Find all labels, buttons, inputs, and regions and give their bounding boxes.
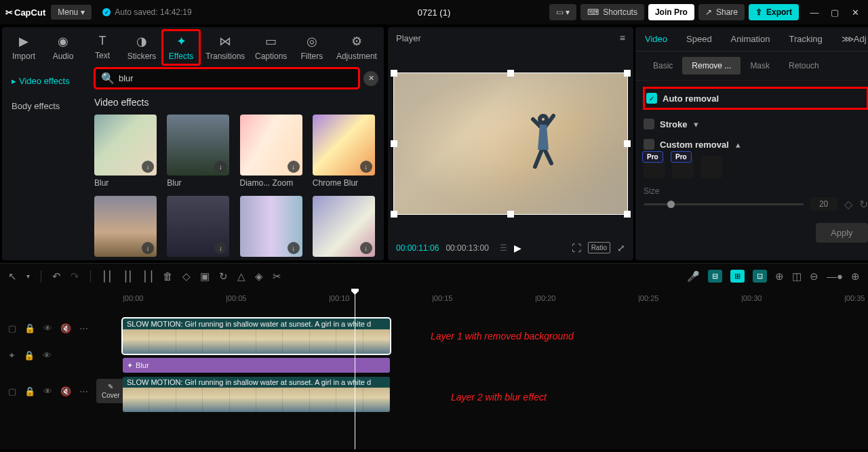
more-icon[interactable]: ⋯: [79, 323, 88, 333]
track-type-icon[interactable]: ▢: [8, 386, 16, 396]
download-icon[interactable]: ↓: [360, 242, 372, 254]
tab-effects[interactable]: ✦Effects: [162, 30, 200, 65]
link-icon[interactable]: ⊕: [775, 270, 784, 283]
mute-icon[interactable]: 🔇: [60, 323, 71, 333]
tab-adjustment[interactable]: ⚙Adjustment: [332, 30, 381, 65]
chevron-down-icon[interactable]: ▾: [694, 119, 698, 129]
effect-clip[interactable]: ✦ Blur: [123, 358, 390, 373]
apply-button[interactable]: Apply: [816, 223, 868, 243]
tab-audio[interactable]: ◉Audio: [44, 30, 82, 65]
player-menu-icon[interactable]: ≡: [620, 33, 625, 43]
tab-animation[interactable]: Animation: [722, 27, 780, 51]
eye-icon[interactable]: 👁: [43, 350, 52, 361]
play-button[interactable]: ▶: [514, 243, 521, 253]
magnet-mode-3[interactable]: ⊡: [753, 270, 767, 283]
shortcuts-button[interactable]: ⌨Shortcuts: [580, 4, 644, 20]
minimize-button[interactable]: —: [807, 5, 822, 20]
time-ruler[interactable]: |00:00 |00:05 |00:10 |00:15 |00:20 |00:2…: [119, 289, 868, 309]
fx-icon[interactable]: ✦: [8, 350, 16, 361]
download-icon[interactable]: ↓: [360, 161, 372, 173]
auto-removal-checkbox[interactable]: ✓: [646, 93, 657, 104]
tool-option[interactable]: [701, 157, 722, 178]
timeline-tracks-area[interactable]: |00:00 |00:05 |00:10 |00:15 |00:20 |00:2…: [119, 289, 868, 449]
stroke-checkbox[interactable]: [644, 119, 654, 129]
effect-item[interactable]: ↓: [240, 196, 303, 258]
tab-text[interactable]: TText: [83, 30, 121, 65]
search-box[interactable]: 🔍: [94, 68, 359, 89]
tab-stickers[interactable]: ◑Stickers: [123, 30, 161, 65]
tab-filters[interactable]: ◎Filters: [293, 30, 331, 65]
trim-right-icon[interactable]: ⎮⎥: [142, 270, 153, 283]
search-input[interactable]: [119, 73, 353, 83]
trim-left-icon[interactable]: ⎥⎮: [122, 270, 133, 283]
lock-icon[interactable]: 🔒: [24, 386, 35, 396]
share-button[interactable]: ↗Share: [698, 4, 745, 20]
rotate-icon[interactable]: ◈: [255, 270, 263, 283]
magnet-mode-1[interactable]: ⊟: [708, 270, 722, 283]
effect-item[interactable]: ↓: [167, 196, 230, 258]
duplicate-icon[interactable]: ▣: [200, 270, 210, 283]
tab-speed[interactable]: Speed: [677, 27, 722, 51]
download-icon[interactable]: ↓: [288, 161, 300, 173]
zoom-in-icon[interactable]: ⊕: [851, 270, 860, 283]
size-slider[interactable]: [644, 203, 804, 205]
video-preview[interactable]: [393, 73, 628, 215]
delete-icon[interactable]: 🗑: [163, 270, 173, 282]
zoom-slider-icon[interactable]: —●: [827, 270, 843, 282]
split-icon[interactable]: ⎮⎮: [102, 270, 113, 283]
crop-icon[interactable]: ✂: [273, 270, 281, 283]
tab-captions[interactable]: ▭Captions: [251, 30, 292, 65]
magnet-mode-2[interactable]: ⊞: [730, 270, 745, 283]
effect-item[interactable]: ↓Diamo... Zoom: [240, 115, 303, 188]
effect-item[interactable]: ↓Blur: [94, 115, 157, 188]
stepper-icon[interactable]: ◇: [844, 198, 852, 211]
video-clip-2[interactable]: SLOW MOTION: Girl running in shallow wat…: [123, 377, 390, 412]
download-icon[interactable]: ↓: [142, 161, 154, 173]
tab-tracking[interactable]: Tracking: [779, 27, 831, 51]
marker-icon[interactable]: ◇: [182, 270, 191, 283]
effect-item[interactable]: ↓: [94, 196, 157, 258]
lock-icon[interactable]: 🔒: [24, 323, 35, 333]
pointer-tool-icon[interactable]: ↖: [8, 270, 17, 283]
subtab-mask[interactable]: Mask: [741, 57, 779, 75]
subtab-remove-bg[interactable]: Remove ...: [682, 57, 741, 75]
snap-icon[interactable]: ◫: [792, 270, 802, 283]
eye-icon[interactable]: 👁: [43, 323, 52, 333]
mic-icon[interactable]: 🎤: [687, 270, 700, 283]
custom-removal-checkbox[interactable]: [644, 139, 654, 150]
tab-import[interactable]: ▶Import: [5, 30, 43, 65]
download-icon[interactable]: ↓: [288, 242, 300, 254]
size-value[interactable]: 20: [810, 197, 837, 211]
fullscreen-icon[interactable]: ⤢: [617, 243, 625, 253]
ratio-button[interactable]: Ratio: [588, 242, 610, 253]
chevron-up-icon[interactable]: ▴: [736, 140, 741, 150]
subtab-retouch[interactable]: Retouch: [779, 57, 829, 75]
more-icon[interactable]: ⋯: [79, 386, 88, 396]
menu-button[interactable]: Menu▾: [51, 5, 92, 20]
sidebar-video-effects[interactable]: ▸Video effects: [5, 70, 86, 91]
effect-item[interactable]: ↓Chrome Blur: [313, 115, 376, 188]
maximize-button[interactable]: ▢: [827, 5, 842, 20]
undo-icon[interactable]: ↶: [52, 270, 61, 283]
tab-video-props[interactable]: Video: [635, 27, 677, 51]
effect-item[interactable]: ↓Blur: [167, 115, 230, 188]
effect-item[interactable]: ↓: [313, 196, 376, 258]
video-clip-1[interactable]: SLOW MOTION: Girl running in shallow wat…: [123, 319, 390, 354]
tab-adjust-more[interactable]: ⋙Adj: [832, 27, 868, 51]
download-icon[interactable]: ↓: [214, 161, 226, 173]
scale-icon[interactable]: ⛶: [572, 243, 581, 253]
mirror-icon[interactable]: △: [237, 270, 245, 283]
dropdown-icon[interactable]: ▾: [26, 272, 30, 280]
tab-transitions[interactable]: ⋈Transitions: [201, 30, 250, 65]
close-button[interactable]: ✕: [848, 5, 863, 20]
mute-icon[interactable]: 🔇: [60, 386, 71, 396]
reverse-icon[interactable]: ↻: [219, 270, 228, 283]
playhead[interactable]: [355, 289, 355, 449]
download-icon[interactable]: ↓: [214, 242, 226, 254]
join-pro-button[interactable]: Join Pro: [648, 4, 694, 20]
aspect-button[interactable]: ▭ ▾: [549, 4, 576, 20]
download-icon[interactable]: ↓: [142, 242, 154, 254]
sidebar-body-effects[interactable]: Body effects: [5, 96, 86, 117]
eye-icon[interactable]: 👁: [43, 386, 52, 396]
lock-icon[interactable]: 🔒: [24, 350, 35, 361]
